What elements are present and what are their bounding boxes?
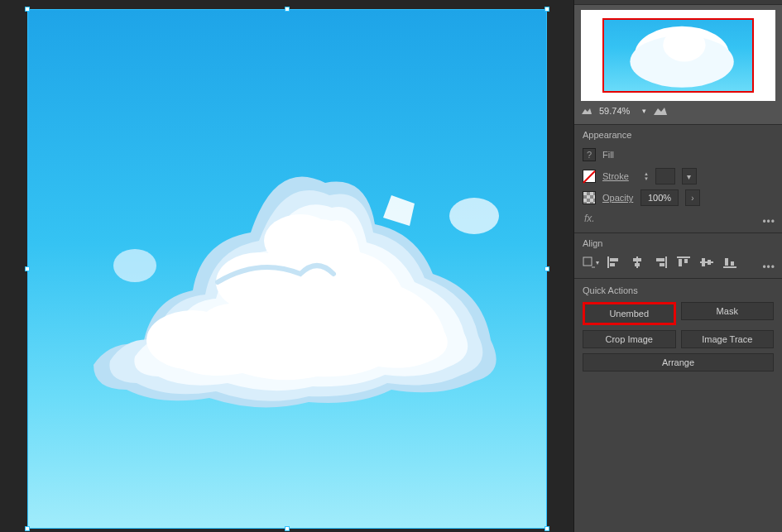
align-left-icon[interactable]	[606, 255, 622, 270]
align-bottom-icon[interactable]	[722, 255, 738, 270]
svg-rect-23	[679, 259, 682, 266]
opacity-label[interactable]: Opacity	[602, 193, 634, 203]
svg-rect-18	[635, 263, 640, 266]
align-right-icon[interactable]	[652, 255, 669, 270]
properties-panel: 59.74% ▾ Appearance ? Fill Stroke ▲▼ ▾ O…	[573, 0, 782, 532]
svg-rect-24	[684, 259, 688, 263]
mask-button[interactable]: Mask	[681, 302, 775, 320]
fill-swatch[interactable]: ?	[583, 148, 596, 161]
align-vcenter-icon[interactable]	[698, 255, 715, 270]
svg-rect-27	[708, 260, 711, 265]
svg-rect-15	[610, 263, 615, 266]
svg-point-6	[309, 282, 408, 348]
align-top-icon[interactable]	[675, 255, 692, 270]
arrange-button[interactable]: Arrange	[583, 353, 774, 371]
svg-point-11	[663, 29, 705, 62]
canvas-area[interactable]	[0, 0, 573, 532]
quick-actions-title: Quick Actions	[583, 285, 774, 295]
svg-point-2	[113, 249, 156, 282]
zoom-in-mountain-icon[interactable]	[653, 106, 668, 116]
handle-bottom-left[interactable]	[25, 526, 30, 531]
navigator-thumbnail	[604, 20, 752, 91]
handle-bottom-right[interactable]	[545, 526, 549, 531]
svg-rect-26	[702, 258, 705, 266]
align-to-dropdown[interactable]: ▾	[583, 255, 599, 270]
appearance-more-icon[interactable]: •••	[762, 216, 775, 228]
svg-rect-20	[656, 258, 664, 261]
stroke-swatch[interactable]	[583, 170, 596, 183]
crop-image-button[interactable]: Crop Image	[583, 330, 676, 348]
svg-point-5	[216, 252, 302, 312]
stroke-style-dropdown[interactable]	[655, 168, 675, 185]
handle-middle-left[interactable]	[25, 266, 30, 271]
zoom-value[interactable]: 59.74%	[599, 106, 636, 116]
align-title: Align	[583, 238, 774, 248]
opacity-swatch[interactable]	[583, 191, 596, 204]
appearance-section: Appearance ? Fill Stroke ▲▼ ▾ Opacity 10…	[574, 125, 782, 233]
handle-top-left[interactable]	[25, 7, 30, 12]
align-more-icon[interactable]: •••	[762, 261, 775, 273]
opacity-value[interactable]: 100%	[640, 189, 679, 206]
svg-rect-12	[583, 257, 592, 266]
appearance-title: Appearance	[583, 130, 774, 140]
handle-middle-right[interactable]	[545, 266, 549, 271]
align-section: Align ▾ •••	[574, 233, 782, 279]
svg-rect-29	[725, 258, 728, 266]
svg-point-1	[449, 198, 499, 234]
handle-top-middle[interactable]	[285, 7, 290, 12]
svg-point-7	[146, 310, 239, 370]
opacity-expand-chevron[interactable]: ›	[685, 189, 700, 206]
zoom-out-mountain-icon[interactable]	[581, 107, 592, 115]
embedded-image[interactable]	[27, 9, 547, 529]
handle-top-right[interactable]	[545, 7, 549, 12]
zoom-dropdown-icon[interactable]: ▾	[642, 107, 646, 115]
quick-actions-section: Quick Actions Unembed Mask Crop Image Im…	[574, 279, 782, 378]
unembed-button[interactable]: Unembed	[583, 302, 676, 325]
svg-rect-21	[660, 263, 664, 266]
handle-bottom-middle[interactable]	[285, 526, 290, 531]
cloud-artwork	[27, 9, 547, 529]
align-hcenter-icon[interactable]	[629, 255, 645, 270]
svg-rect-14	[610, 258, 618, 261]
stroke-dropdown-chevron[interactable]: ▾	[682, 168, 697, 185]
fill-label: Fill	[602, 150, 634, 160]
stroke-weight-stepper[interactable]: ▲▼	[644, 171, 649, 181]
navigator-viewport-rect[interactable]	[602, 18, 754, 93]
stroke-label[interactable]: Stroke	[602, 171, 634, 181]
image-trace-button[interactable]: Image Trace	[681, 330, 775, 348]
svg-rect-17	[633, 258, 641, 261]
fx-label[interactable]: fx.	[583, 211, 774, 224]
svg-rect-30	[731, 261, 734, 266]
navigator-panel: 59.74% ▾	[574, 0, 782, 125]
